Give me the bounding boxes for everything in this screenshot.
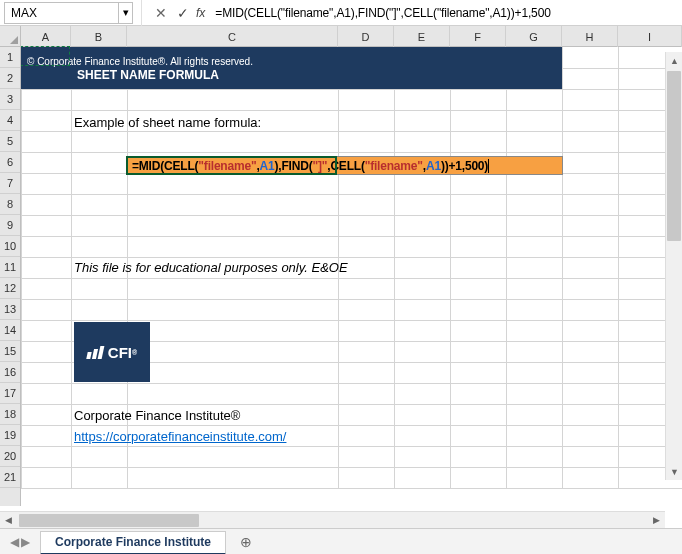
marquee-border (21, 46, 70, 66)
horizontal-scrollbar[interactable]: ◀ ▶ (0, 511, 665, 528)
column-header[interactable]: A (21, 26, 71, 47)
tab-prev-button[interactable]: ◀ (10, 535, 19, 549)
down-icon: ▼ (670, 467, 679, 477)
chevron-down-icon: ▾ (123, 6, 129, 19)
scroll-down-button[interactable]: ▼ (666, 463, 682, 480)
tok-cell: CELL (330, 159, 361, 173)
tok-find: FIND (281, 159, 308, 173)
tok-num: 500 (465, 159, 484, 173)
row-header[interactable]: 14 (0, 320, 20, 341)
tok-num: +1 (448, 159, 461, 173)
tok-str: "filename" (365, 159, 423, 173)
row-header[interactable]: 4 (0, 110, 20, 131)
text-cursor (488, 159, 489, 173)
column-header[interactable]: C (127, 26, 338, 47)
cancel-formula-button[interactable]: ✕ (150, 2, 172, 24)
cells-area[interactable]: © Corporate Finance Institute®. All righ… (21, 47, 682, 488)
sheet-tab-strip: ◀ ▶ Corporate Finance Institute ⊕ (0, 528, 682, 554)
left-icon: ◀ (5, 515, 12, 525)
row-header[interactable]: 8 (0, 194, 20, 215)
row-header[interactable]: 13 (0, 299, 20, 320)
cfi-logo: CFI® (74, 322, 150, 382)
formula-cell-editing[interactable]: =MID(CELL("filename",A1),FIND("]",CELL("… (127, 156, 563, 175)
column-header[interactable]: G (506, 26, 562, 47)
sheet-tab-active[interactable]: Corporate Finance Institute (40, 531, 226, 555)
tok-cell: CELL (164, 159, 195, 173)
scroll-left-button[interactable]: ◀ (0, 512, 17, 529)
formula-bar-row: MAX ▾ ✕ ✓ fx =MID(CELL("filename",A1),FI… (0, 0, 682, 26)
name-box[interactable]: MAX (4, 2, 119, 24)
example-label: Example of sheet name formula: (74, 115, 261, 130)
row-header[interactable]: 6 (0, 152, 20, 173)
scroll-thumb-h[interactable] (19, 514, 199, 527)
column-headers: ABCDEFGHI (21, 26, 682, 47)
sheet-title: SHEET NAME FORMULA (27, 68, 562, 82)
row-header[interactable]: 16 (0, 362, 20, 383)
copyright-text: © Corporate Finance Institute®. All righ… (27, 55, 562, 68)
column-header[interactable]: B (71, 26, 127, 47)
sheet-tab-label: Corporate Finance Institute (55, 535, 211, 549)
row-header[interactable]: 1 (0, 47, 20, 68)
tok-eq: = (132, 159, 139, 173)
confirm-formula-button[interactable]: ✓ (172, 2, 194, 24)
row-header[interactable]: 17 (0, 383, 20, 404)
up-icon: ▲ (670, 56, 679, 66)
logo-text: CFI (108, 344, 132, 361)
fx-button[interactable]: fx (196, 6, 205, 20)
title-band: © Corporate Finance Institute®. All righ… (21, 47, 562, 89)
row-header[interactable]: 7 (0, 173, 20, 194)
company-name: Corporate Finance Institute® (74, 408, 240, 423)
row-header[interactable]: 20 (0, 446, 20, 467)
vertical-scrollbar[interactable]: ▲ ▼ (665, 52, 682, 480)
tm-mark: ® (132, 349, 137, 356)
tok-mid: MID (139, 159, 160, 173)
name-box-dropdown[interactable]: ▾ (119, 2, 133, 24)
tok-ref: A1 (260, 159, 275, 173)
divider (141, 0, 142, 26)
tok-str: "]" (312, 159, 327, 173)
tab-next-button[interactable]: ▶ (21, 535, 30, 549)
fx-icon: fx (196, 6, 205, 20)
row-header[interactable]: 15 (0, 341, 20, 362)
row-header[interactable]: 18 (0, 404, 20, 425)
row-header[interactable]: 12 (0, 278, 20, 299)
row-header[interactable]: 11 (0, 257, 20, 278)
plus-icon: ⊕ (240, 534, 252, 550)
column-header[interactable]: F (450, 26, 506, 47)
tok-ref: A1 (426, 159, 441, 173)
formula-bar-input[interactable]: =MID(CELL("filename",A1),FIND("]",CELL("… (211, 2, 682, 24)
row-header[interactable]: 21 (0, 467, 20, 488)
column-header[interactable]: I (618, 26, 682, 47)
row-headers: 123456789101112131415161718192021 (0, 26, 21, 506)
select-all-corner[interactable] (0, 26, 20, 47)
add-sheet-button[interactable]: ⊕ (234, 530, 258, 554)
bars-icon (87, 346, 103, 359)
scroll-thumb-v[interactable] (667, 71, 681, 241)
row-header[interactable]: 19 (0, 425, 20, 446)
scroll-up-button[interactable]: ▲ (666, 52, 682, 69)
tok-str: "filename" (198, 159, 256, 173)
tok-p: )) (441, 159, 449, 173)
column-header[interactable]: E (394, 26, 450, 47)
row-header[interactable]: 3 (0, 89, 20, 110)
scroll-track-v[interactable] (667, 69, 681, 463)
educational-note: This file is for educational purposes on… (74, 260, 348, 275)
tab-nav: ◀ ▶ (10, 535, 30, 549)
right-icon: ▶ (653, 515, 660, 525)
row-header[interactable]: 10 (0, 236, 20, 257)
row-header[interactable]: 9 (0, 215, 20, 236)
scroll-right-button[interactable]: ▶ (648, 512, 665, 529)
spreadsheet-grid: 123456789101112131415161718192021 ABCDEF… (0, 26, 682, 506)
scroll-track-h[interactable] (17, 513, 648, 528)
formula-bar-text: =MID(CELL("filename",A1),FIND("]",CELL("… (215, 6, 550, 20)
column-header[interactable]: D (338, 26, 394, 47)
check-icon: ✓ (177, 5, 189, 21)
name-box-value: MAX (11, 6, 37, 20)
x-icon: ✕ (155, 5, 167, 21)
column-header[interactable]: H (562, 26, 618, 47)
row-header[interactable]: 5 (0, 131, 20, 152)
company-link[interactable]: https://corporatefinanceinstitute.com/ (74, 429, 286, 444)
row-header[interactable]: 2 (0, 68, 20, 89)
